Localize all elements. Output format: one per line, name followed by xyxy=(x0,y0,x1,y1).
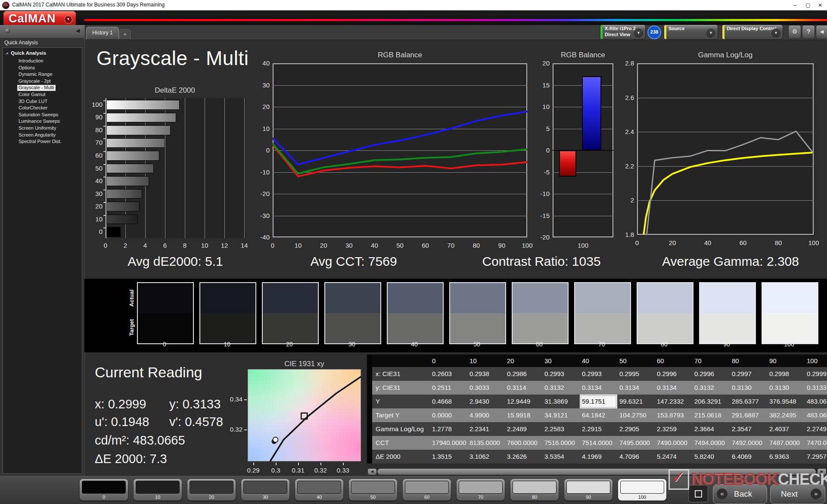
scroll-left-icon[interactable]: ◀ xyxy=(368,469,376,475)
cell-TargetY-80[interactable]: 291.6887 xyxy=(730,408,767,422)
sidebar-item-grayscale-multi[interactable]: Grayscale - Multi xyxy=(17,85,56,91)
tree-expander-icon[interactable]: ◢ xyxy=(6,51,8,55)
sidebar-item-colorchecker[interactable]: ColorChecker xyxy=(19,105,47,111)
cell-TargetY-100[interactable]: 483.0665 xyxy=(805,408,827,422)
cell-TargetY-20[interactable]: 15.9918 xyxy=(505,408,542,422)
cell-TargetY-60[interactable]: 153.8793 xyxy=(655,408,692,422)
cell-GammaLogLog-10[interactable]: 2.2341 xyxy=(467,422,505,436)
cell-CCT-90[interactable]: 7487.0000 xyxy=(767,436,805,450)
cell-TargetY-70[interactable]: 215.0618 xyxy=(692,408,730,422)
cell-yCIE31-30[interactable]: 0.3132 xyxy=(542,381,580,395)
pattern-button-60[interactable]: 60 xyxy=(403,479,451,501)
pattern-button-80[interactable]: 80 xyxy=(510,479,559,501)
cell-yCIE31-100[interactable]: 0.3133 xyxy=(805,381,827,395)
cell-CCT-80[interactable]: 7492.0000 xyxy=(730,436,767,450)
meter-dropdown[interactable]: X-Rite i1Pro 2 Direct View ▼ xyxy=(600,25,646,40)
meter-count-badge[interactable]: 238 xyxy=(647,25,661,39)
cell-CCT-10[interactable]: 8135.0000 xyxy=(467,436,505,450)
display-control-dropdown[interactable]: Direct Display Control ▼ xyxy=(722,25,783,40)
calman-menu-button[interactable]: CalMAN ▼ xyxy=(3,11,76,27)
cell-CCT-30[interactable]: 7516.0000 xyxy=(542,436,580,450)
cell-Y-70[interactable]: 206.3291 xyxy=(692,395,730,408)
cell-yCIE31-80[interactable]: 0.3130 xyxy=(730,381,767,395)
pattern-button-50[interactable]: 50 xyxy=(349,479,397,501)
chevron-down-icon[interactable]: ▼ xyxy=(706,28,715,37)
sidebar-collapse-icon[interactable]: ◀ xyxy=(76,28,80,34)
cell-GammaLogLog-40[interactable]: 2.2915 xyxy=(580,422,617,436)
pattern-button-90[interactable]: 90 xyxy=(564,479,612,501)
cell-GammaLogLog-50[interactable]: 2.2905 xyxy=(617,422,655,436)
help-icon[interactable]: ? xyxy=(802,25,815,39)
cell-E2000-70[interactable]: 5.8240 xyxy=(692,450,730,464)
cell-E2000-30[interactable]: 3.5354 xyxy=(542,450,580,464)
cell-GammaLogLog-60[interactable]: 2.3259 xyxy=(655,422,692,436)
cell-yCIE31-90[interactable]: 0.3130 xyxy=(767,381,805,395)
pattern-button-10[interactable]: 10 xyxy=(134,479,182,501)
cell-yCIE31-20[interactable]: 0.3114 xyxy=(505,381,542,395)
tab-history-1[interactable]: History 1 xyxy=(86,27,119,39)
cell-E2000-40[interactable]: 4.1969 xyxy=(580,450,617,464)
cell-yCIE31-70[interactable]: 0.3132 xyxy=(692,381,730,395)
tree-root[interactable]: ◢ Quick Analysis xyxy=(6,50,46,56)
source-dropdown[interactable]: Source ▼ xyxy=(664,25,718,40)
sidebar-item-options[interactable]: Options xyxy=(19,65,35,71)
collapse-panel-icon[interactable]: ◀ xyxy=(816,25,827,39)
cell-GammaLogLog-70[interactable]: 2.3664 xyxy=(692,422,730,436)
pattern-button-20[interactable]: 20 xyxy=(187,479,236,501)
add-tab-button[interactable]: + xyxy=(119,29,131,39)
cell-yCIE31-60[interactable]: 0.3134 xyxy=(655,381,692,395)
cell-xCIE31-40[interactable]: 0.2993 xyxy=(580,367,617,381)
cell-GammaLogLog-80[interactable]: 2.3547 xyxy=(730,422,767,436)
cell-Y-50[interactable]: 99.6321 xyxy=(617,395,655,408)
cell-E2000-50[interactable]: 4.7096 xyxy=(617,450,655,464)
cell-GammaLogLog-20[interactable]: 2.2489 xyxy=(505,422,542,436)
sidebar-item-3d-cube-lut[interactable]: 3D Cube LUT xyxy=(19,99,47,105)
cell-Y-40[interactable]: 59.1751 xyxy=(580,395,617,408)
cell-xCIE31-30[interactable]: 0.2993 xyxy=(542,367,580,381)
cell-TargetY-30[interactable]: 34.9121 xyxy=(542,408,580,422)
pattern-button-30[interactable]: 30 xyxy=(241,479,289,501)
sidebar-item-spectral-power-dist-[interactable]: Spectral Power Dist. xyxy=(19,139,62,145)
cell-xCIE31-10[interactable]: 0.2938 xyxy=(467,367,505,381)
cell-CCT-20[interactable]: 7600.0000 xyxy=(505,436,542,450)
cell-yCIE31-0[interactable]: 0.2511 xyxy=(430,381,467,395)
sidebar-item-luminance-sweeps[interactable]: Luminance Sweeps xyxy=(19,118,60,124)
cell-GammaLogLog-100[interactable]: 2.2749 xyxy=(805,422,827,436)
cell-E2000-10[interactable]: 3.1062 xyxy=(467,450,505,464)
cell-GammaLogLog-30[interactable]: 2.2583 xyxy=(542,422,580,436)
cell-CCT-40[interactable]: 7514.0000 xyxy=(580,436,617,450)
sidebar-item-introduction[interactable]: Introduction xyxy=(19,58,43,64)
cell-GammaLogLog-90[interactable]: 2.4037 xyxy=(767,422,805,436)
cell-xCIE31-70[interactable]: 0.2996 xyxy=(692,367,730,381)
cell-E2000-20[interactable]: 3.2626 xyxy=(505,450,542,464)
cell-Y-100[interactable]: 483.0665 xyxy=(805,395,827,408)
cell-E2000-100[interactable]: 7.2957 xyxy=(805,450,827,464)
cell-Y-0[interactable]: 0.4668 xyxy=(430,395,467,408)
cell-CCT-60[interactable]: 7490.0000 xyxy=(655,436,692,450)
cell-xCIE31-80[interactable]: 0.2997 xyxy=(730,367,767,381)
pattern-button-0[interactable]: 0 xyxy=(80,479,128,501)
gear-icon[interactable]: ⚙ xyxy=(788,25,801,39)
sidebar-item-color-gamut[interactable]: Color Gamut xyxy=(19,92,45,98)
cell-yCIE31-10[interactable]: 0.3033 xyxy=(467,381,505,395)
cell-yCIE31-40[interactable]: 0.3134 xyxy=(580,381,617,395)
sidebar-item-saturation-sweeps[interactable]: Saturation Sweeps xyxy=(19,112,58,118)
cell-xCIE31-0[interactable]: 0.2603 xyxy=(430,367,467,381)
close-icon[interactable]: ✕ xyxy=(814,1,826,9)
cell-TargetY-10[interactable]: 4.9900 xyxy=(467,408,505,422)
cell-TargetY-40[interactable]: 64.1842 xyxy=(580,408,617,422)
cell-xCIE31-100[interactable]: 0.2999 xyxy=(805,367,827,381)
cell-Y-80[interactable]: 285.6377 xyxy=(730,395,767,408)
cell-TargetY-50[interactable]: 104.2750 xyxy=(617,408,655,422)
cell-GammaLogLog-0[interactable]: 1.2778 xyxy=(430,422,467,436)
chevron-down-icon[interactable]: ▼ xyxy=(634,28,643,37)
minimize-icon[interactable]: – xyxy=(789,1,801,9)
chevron-down-icon[interactable]: ▼ xyxy=(771,28,780,37)
cell-xCIE31-50[interactable]: 0.2995 xyxy=(617,367,655,381)
cell-CCT-50[interactable]: 7495.0000 xyxy=(617,436,655,450)
cell-Y-20[interactable]: 12.9449 xyxy=(505,395,542,408)
cell-CCT-100[interactable]: 7470.0000 xyxy=(805,436,827,450)
cell-E2000-90[interactable]: 6.9363 xyxy=(767,450,805,464)
sidebar-item-screen-angularity[interactable]: Screen Angularity xyxy=(19,132,56,138)
cell-xCIE31-60[interactable]: 0.2996 xyxy=(655,367,692,381)
